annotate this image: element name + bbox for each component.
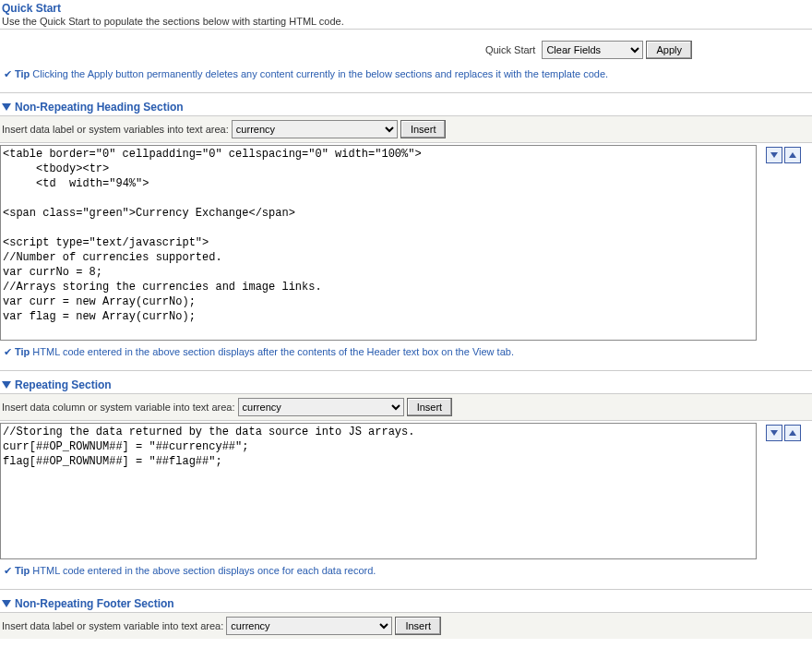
tip-label: Tip [15, 346, 30, 357]
heading-section-header[interactable]: Non-Repeating Heading Section [0, 99, 812, 116]
repeating-side-tools [757, 423, 801, 441]
quick-start-controls: Quick Start Clear Fields Apply [0, 30, 812, 65]
footer-section-header[interactable]: Non-Repeating Footer Section [0, 595, 812, 613]
move-down-icon[interactable] [766, 425, 782, 441]
repeating-insert-row: Insert data column or system variable in… [0, 394, 812, 421]
heading-insert-row: Insert data label or system variables in… [0, 116, 812, 143]
tip-text: Clicking the Apply button permanently de… [32, 68, 608, 79]
repeating-insert-button[interactable]: Insert [407, 398, 453, 416]
disclosure-triangle-icon [2, 103, 11, 111]
quick-start-tip: ✔Tip Clicking the Apply button permanent… [0, 65, 812, 83]
heading-side-tools [757, 145, 801, 163]
repeating-section-title: Repeating Section [15, 378, 112, 391]
repeating-variable-select[interactable]: currency [238, 398, 404, 416]
footer-section-title: Non-Repeating Footer Section [15, 597, 174, 610]
heading-section-title: Non-Repeating Heading Section [15, 101, 184, 114]
repeating-insert-label: Insert data column or system variable in… [2, 402, 235, 413]
apply-button[interactable]: Apply [646, 41, 692, 59]
quick-start-select[interactable]: Clear Fields [542, 41, 643, 59]
move-down-icon[interactable] [766, 147, 782, 163]
heading-insert-label: Insert data label or system variables in… [2, 124, 229, 135]
move-up-icon[interactable] [784, 425, 801, 441]
quick-start-subtitle: Use the Quick Start to populate the sect… [0, 15, 812, 30]
quick-start-title: Quick Start [0, 0, 812, 15]
tip-label: Tip [15, 565, 30, 576]
heading-variable-select[interactable]: currency [232, 120, 398, 138]
tip-text: HTML code entered in the above section d… [32, 565, 376, 576]
tip-icon: ✔ [2, 346, 13, 357]
quick-start-label: Quick Start [485, 44, 535, 55]
footer-variable-select[interactable]: currency [226, 617, 392, 635]
repeating-code-textarea[interactable] [0, 423, 757, 559]
heading-tip: ✔Tip HTML code entered in the above sect… [0, 342, 812, 361]
tip-icon: ✔ [2, 565, 13, 576]
divider [0, 370, 812, 371]
repeating-section-header[interactable]: Repeating Section [0, 377, 812, 394]
tip-text: HTML code entered in the above section d… [32, 346, 514, 357]
footer-insert-label: Insert data label or system variable int… [2, 620, 223, 631]
tip-label: Tip [15, 68, 30, 79]
footer-insert-row: Insert data label or system variable int… [0, 613, 812, 639]
heading-code-textarea[interactable] [0, 145, 757, 341]
tip-icon: ✔ [2, 68, 13, 79]
move-up-icon[interactable] [784, 147, 801, 163]
divider [0, 92, 812, 93]
disclosure-triangle-icon [2, 600, 11, 607]
heading-insert-button[interactable]: Insert [400, 120, 447, 138]
footer-insert-button[interactable]: Insert [395, 617, 441, 635]
disclosure-triangle-icon [2, 381, 11, 389]
divider [0, 589, 812, 590]
repeating-tip: ✔Tip HTML code entered in the above sect… [0, 561, 812, 580]
